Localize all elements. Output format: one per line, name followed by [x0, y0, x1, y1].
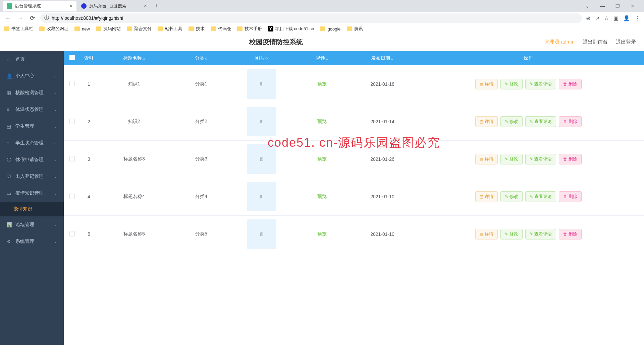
- close-icon[interactable]: ×: [144, 3, 147, 9]
- video-preview-link[interactable]: 预览: [317, 194, 327, 199]
- close-window-icon[interactable]: ✕: [628, 2, 637, 10]
- sidebar-item[interactable]: ▤学生管理⌄: [0, 118, 64, 135]
- video-preview-link[interactable]: 预览: [317, 81, 327, 86]
- edit-button[interactable]: ✎修改: [500, 116, 523, 127]
- bookmark-item[interactable]: Y项目下载:code51.cn: [268, 26, 314, 32]
- select-all-checkbox[interactable]: [69, 55, 75, 60]
- browser-tab-active[interactable]: 后台管理系统 ×: [3, 1, 76, 11]
- bookmark-item[interactable]: 聚合支付: [127, 26, 152, 32]
- detail-button[interactable]: ▤详情: [475, 229, 498, 239]
- thumbnail[interactable]: 图: [247, 182, 276, 211]
- sidebar-item[interactable]: ▦核酸检测管理⌄: [0, 84, 64, 101]
- sidebar-item[interactable]: ≡体温状态管理⌄: [0, 101, 64, 118]
- menu-icon[interactable]: ⋮: [635, 15, 640, 21]
- dropdown-icon[interactable]: ⌄: [583, 2, 592, 10]
- detail-button[interactable]: ▤详情: [475, 79, 498, 89]
- sidebar-item[interactable]: ⚙系统管理⌄: [0, 233, 64, 250]
- sidebar-item[interactable]: ≡学生状态管理⌄: [0, 135, 64, 151]
- delete-button[interactable]: 🗑删除: [559, 154, 582, 164]
- sidebar-item[interactable]: 📊论坛管理⌄: [0, 216, 64, 233]
- row-checkbox[interactable]: [69, 119, 75, 124]
- comment-button[interactable]: ✎查看评论: [525, 79, 556, 89]
- row-checkbox[interactable]: [69, 231, 75, 236]
- th-title[interactable]: 标题名称◇: [97, 51, 171, 65]
- bookmark-item[interactable]: 书签工具栏: [4, 26, 33, 32]
- info-icon[interactable]: ⓘ: [44, 15, 49, 21]
- new-tab-button[interactable]: +: [152, 1, 161, 11]
- reload-icon[interactable]: ⟳: [28, 14, 36, 22]
- bookmark-item[interactable]: 代码仓: [211, 26, 231, 32]
- sidebar-item[interactable]: 🖵休假申请管理⌄: [0, 151, 64, 168]
- detail-button[interactable]: ▤详情: [475, 116, 498, 127]
- thumbnail[interactable]: 图: [247, 69, 276, 99]
- user-link[interactable]: 管理员 admin: [544, 39, 575, 45]
- cell-date: 2021-01-26: [352, 140, 413, 178]
- maximize-icon[interactable]: ❐: [613, 2, 623, 10]
- row-checkbox[interactable]: [69, 194, 75, 199]
- edit-button[interactable]: ✎修改: [500, 154, 523, 164]
- logout-link[interactable]: 退出登录: [616, 39, 636, 45]
- comment-button[interactable]: ✎查看评论: [525, 154, 556, 164]
- sidebar-item[interactable]: ☑出入登记管理⌄: [0, 168, 64, 185]
- bookmark-item[interactable]: 站长工具: [158, 26, 182, 32]
- edit-icon: ✎: [505, 82, 508, 86]
- minimize-icon[interactable]: —: [597, 2, 607, 10]
- th-category[interactable]: 分类◇: [171, 51, 231, 65]
- edit-button[interactable]: ✎修改: [500, 191, 523, 202]
- delete-button[interactable]: 🗑删除: [559, 191, 582, 202]
- star-icon[interactable]: ☆: [604, 15, 609, 21]
- edit-icon: ✎: [530, 232, 533, 236]
- sort-icon: ◇: [205, 57, 208, 60]
- delete-button[interactable]: 🗑删除: [559, 116, 582, 127]
- forward-icon[interactable]: →: [16, 15, 24, 22]
- monitor-icon: 🖵: [7, 157, 12, 162]
- sidebar-item[interactable]: ⌂首页: [0, 51, 64, 68]
- bookmark-item[interactable]: new: [74, 26, 90, 31]
- th-image[interactable]: 图片◇: [231, 51, 292, 65]
- comment-button[interactable]: ✎查看评论: [525, 116, 556, 127]
- bookmark-item[interactable]: 收藏的网址: [39, 26, 68, 32]
- back-icon[interactable]: ←: [4, 15, 12, 22]
- comment-button[interactable]: ✎查看评论: [525, 191, 556, 202]
- cell-title: 知识1: [97, 65, 171, 103]
- exit-front-link[interactable]: 退出到前台: [583, 39, 608, 45]
- extension-icon[interactable]: ▣: [613, 15, 619, 21]
- detail-button[interactable]: ▤详情: [475, 191, 498, 202]
- delete-button[interactable]: 🗑删除: [559, 79, 582, 89]
- cell-index: 4: [80, 178, 97, 215]
- comment-button[interactable]: ✎查看评论: [525, 229, 556, 239]
- thumbnail[interactable]: 图: [247, 219, 276, 249]
- bookmark-item[interactable]: 源码网站: [96, 26, 121, 32]
- thumbnail[interactable]: 图: [247, 107, 276, 136]
- url-bar[interactable]: ⓘ http://localhost:8081/#/yiqingzhishi: [40, 13, 582, 23]
- thumbnail[interactable]: 图: [247, 144, 276, 174]
- th-index[interactable]: 索引: [80, 51, 97, 65]
- page-title: 校园疫情防控系统: [8, 38, 544, 47]
- delete-button[interactable]: 🗑删除: [559, 229, 582, 239]
- row-checkbox[interactable]: [69, 81, 75, 86]
- profile-icon[interactable]: 👤: [623, 15, 630, 21]
- search-icon[interactable]: ⊕: [586, 15, 590, 21]
- browser-tab[interactable]: 源码乐园_百度搜索 ×: [77, 1, 151, 11]
- bookmark-item[interactable]: 技术: [189, 26, 205, 32]
- cell-category: 分类2: [171, 103, 231, 140]
- sidebar: ⌂首页👤个人中心⌄▦核酸检测管理⌄≡体温状态管理⌄▤学生管理⌄≡学生状态管理⌄🖵…: [0, 51, 64, 345]
- th-date[interactable]: 发布日期◇: [352, 51, 413, 65]
- bookmark-item[interactable]: 腾讯: [347, 26, 363, 32]
- edit-button[interactable]: ✎修改: [500, 229, 523, 239]
- sidebar-item[interactable]: ▭疫情知识管理⌄: [0, 185, 64, 202]
- video-preview-link[interactable]: 预览: [317, 119, 327, 124]
- video-preview-link[interactable]: 预览: [317, 231, 327, 236]
- bookmark-item[interactable]: 技术手册: [237, 26, 262, 32]
- video-preview-link[interactable]: 预览: [317, 156, 327, 161]
- row-checkbox[interactable]: [69, 156, 75, 161]
- share-icon[interactable]: ↗: [595, 15, 599, 21]
- close-icon[interactable]: ×: [69, 3, 72, 9]
- sidebar-subitem[interactable]: 疫情知识: [0, 202, 64, 216]
- detail-button[interactable]: ▤详情: [475, 154, 498, 164]
- sidebar-item[interactable]: 👤个人中心⌄: [0, 68, 64, 84]
- table-row: 2 知识2 分类2 图 预览 2021-01-14 ▤详情 ✎修改 ✎查看评论 …: [64, 103, 644, 140]
- th-video[interactable]: 视频◇: [292, 51, 352, 65]
- edit-button[interactable]: ✎修改: [500, 79, 523, 89]
- bookmark-item[interactable]: google: [320, 26, 340, 31]
